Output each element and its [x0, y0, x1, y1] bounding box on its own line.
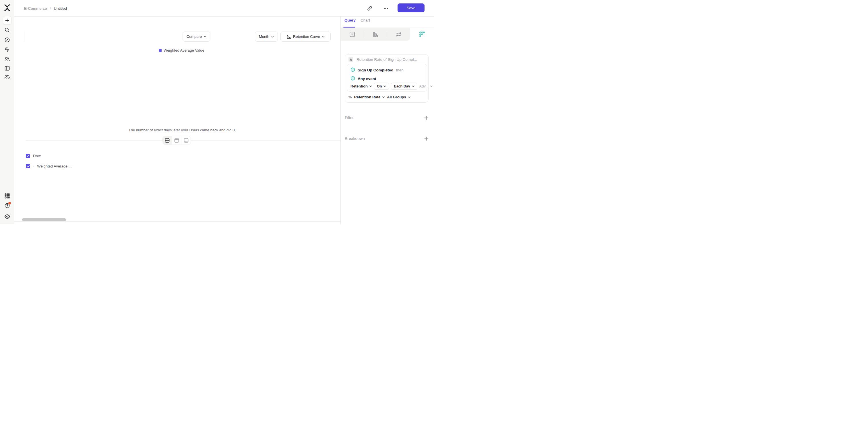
retention-curve-line	[34, 51, 346, 125]
search-icon[interactable]	[4, 27, 10, 33]
toggle-split-view[interactable]	[163, 136, 172, 144]
split-view-icon	[165, 138, 169, 143]
granularity-dropdown[interactable]: Month	[255, 32, 278, 42]
check-icon	[27, 165, 30, 168]
event-a-suffix: then	[396, 68, 404, 72]
toggle-table-only[interactable]	[181, 136, 191, 144]
column-header-date[interactable]: Date	[33, 154, 41, 158]
select-all-checkbox[interactable]	[26, 154, 30, 158]
retention-type-dropdown[interactable]: Retention	[350, 84, 372, 88]
query-step-header: A Retention Rate of Sign Up Compl...	[348, 57, 417, 62]
chart-caption: The number of exact days later your User…	[0, 128, 365, 132]
add-filter-button[interactable]	[424, 115, 429, 120]
report-type-retention[interactable]	[410, 28, 434, 41]
retention-icon	[419, 31, 425, 37]
layout-toggle-group	[162, 136, 191, 145]
panel-divider	[340, 16, 341, 224]
check-icon	[27, 154, 30, 157]
chart-type-dropdown[interactable]: Retention Curve	[280, 32, 331, 42]
plus-icon	[424, 115, 429, 120]
cohorts-icon[interactable]	[4, 75, 10, 80]
event-hexagon-icon	[350, 76, 355, 81]
event-row-b: Any event	[350, 76, 376, 81]
row-label[interactable]: Weighted Average ...	[37, 164, 71, 168]
retention-controls-row: Retention On Each Day Adv...	[350, 82, 433, 90]
mixpanel-logo[interactable]	[4, 4, 11, 11]
table-row: › Weighted Average ...	[26, 161, 85, 171]
divider-line	[191, 140, 340, 141]
retention-table: Date › Weighted Average ...	[26, 150, 340, 178]
compare-button[interactable]: Compare	[183, 32, 210, 42]
percent-symbol: %	[348, 95, 352, 99]
horizontal-scrollbar-thumb[interactable]	[22, 218, 66, 221]
chevron-down-icon	[412, 85, 414, 87]
toggle-chart-only[interactable]	[172, 136, 182, 144]
discover-compass-icon[interactable]	[4, 37, 10, 43]
chart-legend[interactable]: Weighted Average Value	[159, 48, 205, 53]
users-icon[interactable]	[4, 56, 10, 62]
settings-gear-icon[interactable]	[4, 214, 10, 219]
save-button[interactable]: Save	[398, 3, 425, 12]
apps-grid-icon[interactable]	[4, 193, 10, 199]
app-window: E-Commerce / Untitled Save Compare Month…	[0, 0, 434, 224]
chevron-down-icon	[382, 96, 384, 98]
table-header-row: Date	[26, 150, 85, 161]
measure-row: % Retention Rate All Groups	[348, 95, 410, 99]
each-day-dropdown[interactable]: Each Day	[391, 82, 417, 90]
row-checkbox[interactable]	[26, 164, 30, 168]
add-breakdown-button[interactable]	[424, 137, 429, 141]
notification-dot	[8, 202, 11, 205]
step-title[interactable]: Retention Rate of Sign Up Compl...	[356, 57, 417, 62]
tab-query[interactable]: Query	[344, 18, 355, 27]
on-dropdown[interactable]: On	[374, 82, 389, 90]
advanced-dropdown[interactable]: Adv...	[420, 84, 433, 88]
create-new-button[interactable]	[3, 16, 11, 25]
event-row-a: Sign Up Completed then	[350, 67, 404, 73]
breakdown-section: Breakdown	[345, 136, 429, 141]
legend-label: Weighted Average Value	[164, 48, 205, 53]
date-range-segmented-control	[24, 32, 24, 42]
event-a-name[interactable]: Sign Up Completed	[358, 68, 394, 72]
query-step-card: A Retention Rate of Sign Up Compl... Sig…	[345, 54, 429, 103]
boards-icon[interactable]	[4, 66, 10, 71]
plus-icon	[424, 137, 429, 141]
divider-line	[26, 140, 162, 141]
step-badge: A	[348, 57, 353, 62]
breadcrumb: E-Commerce / Untitled	[24, 0, 67, 16]
measure-dropdown[interactable]: Retention Rate	[354, 95, 385, 99]
chevron-down-icon	[271, 36, 274, 38]
retention-curve-icon	[286, 34, 291, 39]
tab-chart[interactable]: Chart	[361, 18, 370, 27]
groups-dropdown[interactable]: All Groups	[387, 95, 410, 99]
chevron-down-icon	[430, 85, 433, 87]
expand-row-chevron[interactable]: ›	[33, 164, 34, 168]
event-selection-card: Sign Up Completed then Any event Retenti…	[347, 64, 427, 92]
more-options-icon[interactable]	[383, 6, 389, 11]
plus-icon	[5, 18, 9, 23]
breakdown-label: Breakdown	[345, 136, 365, 141]
breadcrumb-separator: /	[50, 6, 51, 11]
top-header: E-Commerce / Untitled Save	[14, 0, 434, 16]
filter-section: Filter	[345, 115, 429, 120]
chevron-down-icon	[383, 85, 386, 87]
filter-label: Filter	[345, 115, 353, 120]
report-type-insights[interactable]	[340, 28, 364, 41]
flows-icon	[396, 32, 402, 37]
chart-only-icon	[174, 138, 179, 143]
chevron-down-icon	[204, 36, 206, 38]
chevron-down-icon	[408, 96, 410, 98]
events-cursor-icon[interactable]	[4, 47, 10, 53]
help-icon[interactable]	[4, 203, 10, 208]
report-type-flows[interactable]	[387, 28, 410, 41]
bottom-border	[14, 221, 340, 222]
report-type-funnels[interactable]	[364, 28, 387, 41]
breadcrumb-project[interactable]: E-Commerce	[24, 6, 47, 11]
table-only-icon	[184, 138, 189, 143]
insights-icon	[349, 32, 355, 37]
copy-link-icon[interactable]	[367, 6, 372, 11]
page-title[interactable]: Untitled	[54, 6, 67, 11]
chevron-down-icon	[322, 36, 324, 38]
chevron-down-icon	[369, 85, 372, 87]
event-b-name[interactable]: Any event	[358, 77, 376, 81]
left-nav-rail	[0, 0, 14, 224]
